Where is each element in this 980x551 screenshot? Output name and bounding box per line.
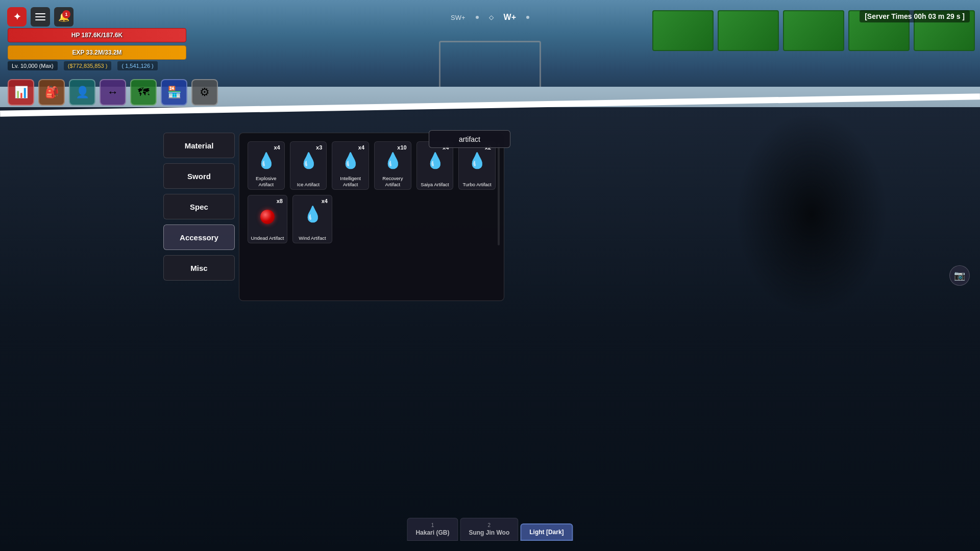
undead-artifact-icon xyxy=(260,210,275,224)
hp-text: HP 187.6K/187.6K xyxy=(71,32,123,39)
item-undead-artifact[interactable]: x8 Undead Artifact xyxy=(248,195,287,243)
recovery-artifact-icon: 💧 xyxy=(383,153,402,168)
turbo-artifact-icon: 💧 xyxy=(468,153,486,168)
camera-button[interactable]: 📷 xyxy=(949,265,970,286)
level-currency: Lv. 10,000 (Max) ($772,835,853 ) ( 1,541… xyxy=(8,61,158,70)
hamburger-line-3 xyxy=(35,19,45,20)
undead-artifact-name: Undead Artifact xyxy=(251,235,284,241)
hamburger-menu[interactable] xyxy=(31,7,50,27)
status-bars: HP 187.6K/187.6K EXP 33.2M/33.2M xyxy=(8,28,186,63)
explosive-artifact-icon: 💧 xyxy=(257,153,276,168)
search-input[interactable] xyxy=(429,130,510,148)
gem-amount: ( 1,541,126 ) xyxy=(117,61,157,70)
item-turbo-artifact[interactable]: x2 💧 Turbo Artifact xyxy=(458,141,496,190)
green-box-3 xyxy=(783,10,844,51)
items-row-2: x8 Undead Artifact x4 💧 Wind Artifact xyxy=(248,195,496,243)
turbo-artifact-name: Turbo Artifact xyxy=(463,182,492,187)
item-saiya-artifact[interactable]: x4 💧 Saiya Artifact xyxy=(416,141,454,190)
wind-artifact-icon: 💧 xyxy=(303,207,322,222)
nav-dot-1 xyxy=(476,16,479,19)
nav-dot-2 xyxy=(526,16,529,19)
intelligent-artifact-count: x4 xyxy=(358,144,364,151)
item-recovery-artifact[interactable]: x10 💧 Recovery Artifact xyxy=(374,141,411,190)
player-tab-2[interactable]: 2 Sung Jin Woo xyxy=(460,518,518,541)
roblox-logo[interactable]: ✦ xyxy=(7,7,27,27)
item-wind-artifact[interactable]: x4 💧 Wind Artifact xyxy=(292,195,332,243)
green-box-2 xyxy=(718,10,779,51)
hamburger-line-2 xyxy=(35,16,45,17)
hotbar-btn-settings[interactable]: ⚙ xyxy=(191,79,218,106)
tab-light-name: Light [Dark] xyxy=(529,529,564,536)
server-time: [Server Times 00h 03 m 29 s ] xyxy=(860,10,970,22)
left-menu: Material Sword Spec Accessory Misc xyxy=(163,133,235,301)
shadow-figure xyxy=(735,112,888,316)
gold-amount: ($772,835,853 ) xyxy=(64,61,112,70)
saiya-artifact-name: Saiya Artifact xyxy=(421,182,449,187)
player-tabs: 1 Hakari (GB) 2 Sung Jin Woo Light [Dark… xyxy=(407,518,573,541)
search-bar-container xyxy=(429,130,510,148)
menu-btn-sword[interactable]: Sword xyxy=(163,163,235,189)
item-grid-panel: x4 💧 Explosive Artifact x3 💧 Ice Artifac… xyxy=(239,133,504,301)
exp-text: EXP 33.2M/33.2M xyxy=(72,49,121,56)
notification-button[interactable]: 🔔 1 xyxy=(54,7,74,27)
red-orb-icon xyxy=(260,210,275,224)
hotbar-btn-map[interactable]: 🗺 xyxy=(130,79,157,106)
compass-diamond: ◇ xyxy=(489,14,494,21)
compass-bar: SW+ ◇ W+ xyxy=(451,13,529,22)
menu-btn-misc[interactable]: Misc xyxy=(163,255,235,281)
recovery-artifact-name: Recovery Artifact xyxy=(377,176,409,187)
inventory-panel: Material Sword Spec Accessory Misc x4 💧 … xyxy=(163,133,504,301)
menu-btn-material[interactable]: Material xyxy=(163,133,235,158)
tab-2-num: 2 xyxy=(469,522,509,528)
menu-btn-spec[interactable]: Spec xyxy=(163,194,235,219)
item-explosive-artifact[interactable]: x4 💧 Explosive Artifact xyxy=(248,141,285,190)
player-tab-1[interactable]: 1 Hakari (GB) xyxy=(407,518,458,541)
explosive-artifact-count: x4 xyxy=(274,144,280,151)
tab-1-name: Hakari (GB) xyxy=(415,529,449,536)
tab-1-num: 1 xyxy=(415,522,449,528)
hamburger-line-1 xyxy=(35,13,45,14)
compass-sw: SW+ xyxy=(451,14,465,21)
hp-bar: HP 187.6K/187.6K xyxy=(8,28,186,42)
ice-artifact-icon: 💧 xyxy=(299,153,318,168)
intelligent-artifact-icon: 💧 xyxy=(341,153,360,168)
level-badge: Lv. 10,000 (Max) xyxy=(8,61,58,70)
player-tab-light[interactable]: Light [Dark] xyxy=(520,523,573,541)
explosive-artifact-name: Explosive Artifact xyxy=(250,176,282,187)
wind-artifact-count: x4 xyxy=(322,198,328,204)
undead-artifact-count: x8 xyxy=(277,198,283,204)
hamburger-lines xyxy=(35,13,45,20)
hotbar-btn-transfer[interactable]: ↔ xyxy=(100,79,126,106)
menu-btn-accessory[interactable]: Accessory xyxy=(163,224,235,250)
hotbar: 📊 🎒 👤 ↔ 🗺 🏪 ⚙ xyxy=(8,79,218,106)
tab-2-name: Sung Jin Woo xyxy=(469,529,509,536)
green-box-1 xyxy=(652,10,714,51)
compass-w: W+ xyxy=(504,13,516,22)
hotbar-btn-character[interactable]: 👤 xyxy=(69,79,95,106)
exp-bar: EXP 33.2M/33.2M xyxy=(8,45,186,60)
recovery-artifact-count: x10 xyxy=(397,144,406,151)
hotbar-btn-stats[interactable]: 📊 xyxy=(8,79,34,106)
items-row-1: x4 💧 Explosive Artifact x3 💧 Ice Artifac… xyxy=(248,141,496,190)
intelligent-artifact-name: Intelligent Artifact xyxy=(334,176,366,187)
ice-artifact-count: x3 xyxy=(316,144,322,151)
notification-badge: 1 xyxy=(62,10,70,18)
wind-artifact-name: Wind Artifact xyxy=(299,235,326,241)
item-ice-artifact[interactable]: x3 💧 Ice Artifact xyxy=(290,141,327,190)
ice-artifact-name: Ice Artifact xyxy=(297,182,320,187)
panel-scrollbar[interactable] xyxy=(498,143,500,245)
fence-structure xyxy=(439,41,541,92)
item-intelligent-artifact[interactable]: x4 💧 Intelligent Artifact xyxy=(332,141,369,190)
saiya-artifact-icon: 💧 xyxy=(426,153,445,168)
hotbar-btn-shop[interactable]: 🏪 xyxy=(161,79,187,106)
hotbar-btn-bag[interactable]: 🎒 xyxy=(38,79,65,106)
